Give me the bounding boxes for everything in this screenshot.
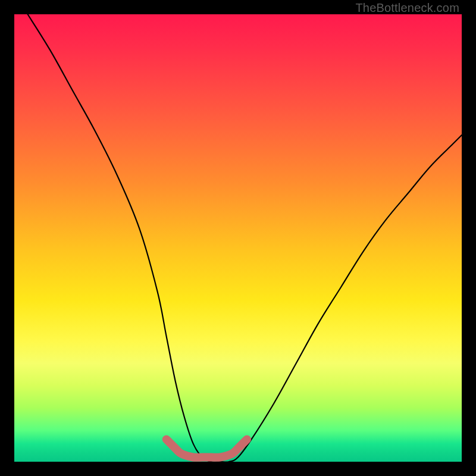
optimal-band-marker (167, 439, 247, 457)
plot-area (14, 14, 462, 462)
bottleneck-curve (28, 14, 462, 462)
attribution-label: TheBottleneck.com (355, 1, 459, 15)
chart-svg (14, 14, 462, 462)
chart-frame: TheBottleneck.com (0, 0, 476, 476)
